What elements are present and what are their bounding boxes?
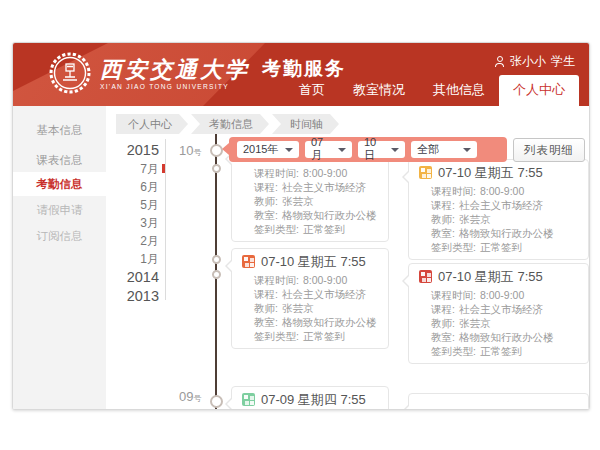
user-name: 张小小 (510, 53, 546, 70)
sidebar-item-leave-request[interactable]: 请假申请 (13, 198, 106, 222)
filter-bar: 2015年 07月 10日 全部 (229, 137, 507, 162)
nav-item-classrooms[interactable]: 教室情况 (339, 81, 419, 106)
breadcrumb-personal-center[interactable]: 个人中心 (116, 114, 188, 134)
sidebar-item-attendance-info[interactable]: 考勤信息 (13, 172, 106, 196)
day-label-10: 10号 (179, 143, 201, 158)
sidebar-item-subscription-info[interactable]: 订阅信息 (13, 224, 106, 248)
attendance-card: 07-10 星期五 7:55 课程时间:8:00-9:00 课程:社会主义市场经… (408, 159, 589, 260)
scale-year-2013[interactable]: 2013 (113, 287, 159, 306)
timeline-node-day09 (210, 395, 223, 408)
year-select[interactable]: 2015年 (237, 141, 299, 158)
breadcrumb: 个人中心 考勤信息 时间轴 (116, 114, 339, 134)
app-header: 西安交通大学 XI'AN JIAO TONG UNIVERSITY 考勤服务 张… (13, 43, 589, 106)
scale-divider (165, 139, 166, 300)
current-month-marker (162, 164, 165, 173)
sidebar-item-basic-info[interactable]: 基本信息 (13, 118, 106, 142)
main-nav: 首页 教室情况 其他信息 个人中心 (285, 75, 579, 106)
card-title: 07-09 星期四 7:55 (242, 392, 380, 407)
day-select[interactable]: 10日 (358, 141, 405, 158)
list-detail-button[interactable]: 列表明细 (513, 138, 585, 162)
card-details: 课程时间:8:00-9:00 课程:社会主义市场经济 教师:张芸京 教室:格物致… (254, 166, 380, 236)
scale-month-may[interactable]: 5月 (113, 196, 159, 214)
user-info[interactable]: 张小小 学生 (494, 53, 575, 70)
breadcrumb-timeline[interactable]: 时间轴 (272, 114, 339, 134)
content-area: 基本信息 课表信息 考勤信息 请假申请 订阅信息 个人中心 考勤信息 时间轴 2… (13, 106, 589, 409)
nav-item-other-info[interactable]: 其他信息 (419, 81, 499, 106)
card-details: 课程时间:8:00-9:00 课程:社会主义市场经济 教师:张芸京 教室:格物致… (254, 273, 380, 343)
chevron-down-icon (285, 148, 293, 152)
status-badge-icon (242, 393, 255, 406)
scale-year-2015[interactable]: 2015 (113, 141, 159, 160)
scale-month-feb[interactable]: 2月 (113, 232, 159, 250)
scale-month-mar[interactable]: 3月 (113, 214, 159, 232)
attendance-card: 07-10 星期五 7:55 课程时间:8:00-9:00 课程:社会主义市场经… (231, 248, 389, 349)
chevron-down-icon (338, 148, 346, 152)
scale-month-jul[interactable]: 7月 (113, 160, 159, 178)
university-emblem-icon (49, 52, 91, 94)
day-label-09: 09号 (179, 389, 201, 404)
sidebar: 基本信息 课表信息 考勤信息 请假申请 订阅信息 (13, 106, 106, 409)
card-title: 07-10 星期五 7:55 (419, 165, 580, 180)
sidebar-item-schedule-info[interactable]: 课表信息 (13, 148, 106, 172)
status-badge-icon (242, 255, 255, 268)
chevron-down-icon (391, 148, 399, 152)
user-icon (494, 56, 505, 67)
timeline-scale: 2015 7月 6月 5月 3月 2月 1月 2014 2013 (113, 141, 159, 306)
scale-month-jan[interactable]: 1月 (113, 250, 159, 268)
timeline-node (212, 164, 221, 173)
app-window: 西安交通大学 XI'AN JIAO TONG UNIVERSITY 考勤服务 张… (12, 42, 590, 410)
attendance-card: 07-10 星期五 7:55 课程时间:8:00-9:00 课程:社会主义市场经… (408, 263, 589, 364)
attendance-card-stub (408, 393, 589, 410)
nav-item-personal-center[interactable]: 个人中心 (499, 75, 579, 106)
card-title: 07-10 星期五 7:55 (419, 269, 580, 284)
chevron-down-icon (463, 148, 471, 152)
status-badge-icon (419, 166, 432, 179)
attendance-card: 07-09 星期四 7:55 (231, 386, 389, 410)
type-select[interactable]: 全部 (411, 141, 477, 158)
user-role: 学生 (551, 53, 575, 70)
breadcrumb-attendance-info[interactable]: 考勤信息 (191, 114, 269, 134)
month-select[interactable]: 07月 (305, 141, 352, 158)
status-badge-icon (419, 270, 432, 283)
university-name-cn: 西安交通大学 (100, 57, 250, 81)
card-title: 07-10 星期五 7:55 (242, 254, 380, 269)
card-details: 课程时间:8:00-9:00 课程:社会主义市场经济 教师:张芸京 教室:格物致… (431, 288, 580, 358)
scale-year-2014[interactable]: 2014 (113, 268, 159, 287)
scale-month-jun[interactable]: 6月 (113, 178, 159, 196)
timeline-node (212, 270, 221, 279)
university-name-en: XI'AN JIAO TONG UNIVERSITY (100, 83, 250, 90)
nav-item-home[interactable]: 首页 (285, 81, 339, 106)
timeline-node (212, 255, 221, 264)
card-details: 课程时间:8:00-9:00 课程:社会主义市场经济 教师:张芸京 教室:格物致… (431, 184, 580, 254)
